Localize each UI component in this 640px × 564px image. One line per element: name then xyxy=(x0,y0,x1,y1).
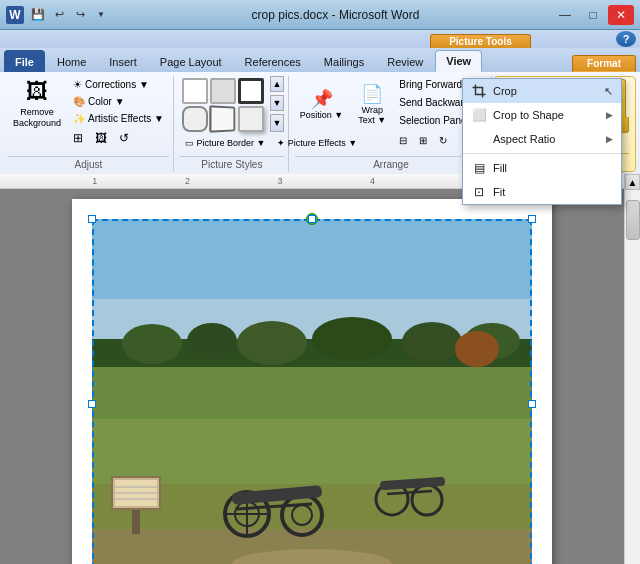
artistic-effects-btn[interactable]: ✨ Artistic Effects ▼ xyxy=(68,110,169,127)
battlefield-image xyxy=(92,219,532,564)
remove-background-icon: 🖼 xyxy=(26,79,48,105)
save-qa-btn[interactable]: 💾 xyxy=(28,5,48,25)
tab-insert[interactable]: Insert xyxy=(98,50,148,72)
document-area: 123456 ▲ ▼ xyxy=(0,174,640,564)
tab-home[interactable]: Home xyxy=(46,50,97,72)
handle-top-right[interactable] xyxy=(528,215,536,223)
title-bar: W 💾 ↩ ↪ ▼ crop pics.docx - Microsoft Wor… xyxy=(0,0,640,30)
svg-point-3 xyxy=(122,324,182,364)
tab-mailings[interactable]: Mailings xyxy=(313,50,375,72)
tab-references[interactable]: References xyxy=(234,50,312,72)
fill-icon: ▤ xyxy=(471,160,487,176)
remove-background-label: RemoveBackground xyxy=(13,107,61,129)
app-icon: W xyxy=(6,6,24,24)
picture-styles-content: ▲ ▼ ▼ xyxy=(180,76,284,134)
reset-picture-btn[interactable]: ↺ xyxy=(114,129,134,147)
style-swatch-3[interactable] xyxy=(238,78,264,104)
handle-top-center[interactable] xyxy=(308,215,316,223)
menu-crop-label: Crop xyxy=(493,85,598,97)
minimize-btn[interactable]: — xyxy=(552,5,578,25)
corrections-label: Corrections ▼ xyxy=(85,79,149,90)
svg-point-6 xyxy=(312,317,392,361)
picture-tools-label: Picture Tools xyxy=(430,34,531,48)
scroll-up-btn[interactable]: ▲ xyxy=(625,174,640,190)
tab-file[interactable]: File xyxy=(4,50,45,72)
align-icon: ⊟ xyxy=(399,135,407,146)
style-scroll-up[interactable]: ▲ xyxy=(270,76,284,92)
image-container[interactable] xyxy=(92,219,532,564)
rotate-btn[interactable]: ↻ xyxy=(434,131,452,149)
scrollbar-vertical: ▲ ▼ xyxy=(624,174,640,564)
scroll-track-v[interactable] xyxy=(625,190,640,564)
corrections-btn[interactable]: ☀ Corrections ▼ xyxy=(68,76,169,93)
reset-icon: ↺ xyxy=(119,131,129,145)
window-title: crop pics.docx - Microsoft Word xyxy=(119,8,552,22)
align-btn[interactable]: ⊟ xyxy=(394,131,412,149)
aspect-ratio-label: Aspect Ratio xyxy=(493,133,600,145)
handle-middle-right[interactable] xyxy=(528,400,536,408)
artistic-effects-icon: ✨ xyxy=(73,113,85,124)
arrange-large-btns: 📌 Position ▼ 📄 WrapText ▼ xyxy=(295,76,392,132)
maximize-btn[interactable]: □ xyxy=(580,5,606,25)
aspect-ratio-arrow: ▶ xyxy=(606,134,613,144)
menu-item-crop-to-shape[interactable]: ⬜ Crop to Shape ▶ xyxy=(463,103,621,127)
redo-qa-btn[interactable]: ↪ xyxy=(70,5,90,25)
compress-icon: ⊞ xyxy=(73,131,83,145)
handle-middle-left[interactable] xyxy=(88,400,96,408)
tab-view[interactable]: View xyxy=(435,50,482,72)
rotate-icon: ↻ xyxy=(439,135,447,146)
menu-item-fit[interactable]: ⊡ Fit xyxy=(463,180,621,204)
color-label: Color ▼ xyxy=(88,96,125,107)
aspect-ratio-icon xyxy=(471,131,487,147)
position-btn[interactable]: 📌 Position ▼ xyxy=(295,76,348,132)
compress-pictures-btn[interactable]: ⊞ xyxy=(68,129,88,147)
help-btn[interactable]: ? xyxy=(616,31,636,47)
style-swatch-4[interactable] xyxy=(182,106,208,132)
group-adjust: 🖼 RemoveBackground ☀ Corrections ▼ 🎨 Col… xyxy=(4,76,174,172)
adjust-label: Adjust xyxy=(8,156,169,172)
arrange-content: 📌 Position ▼ 📄 WrapText ▼ Bring Forward … xyxy=(295,76,487,154)
menu-item-crop[interactable]: Crop ↖ xyxy=(463,79,621,103)
style-swatch-6[interactable] xyxy=(238,106,264,132)
crop-to-shape-arrow: ▶ xyxy=(606,110,613,120)
fit-icon: ⊡ xyxy=(471,184,487,200)
position-icon: 📌 xyxy=(311,88,333,110)
svg-point-9 xyxy=(455,331,499,367)
remove-background-btn[interactable]: 🖼 RemoveBackground xyxy=(8,76,66,132)
style-swatch-1[interactable] xyxy=(182,78,208,104)
qa-dropdown-btn[interactable]: ▼ xyxy=(91,5,111,25)
style-swatches xyxy=(180,76,268,134)
style-scroll-btns: ▲ ▼ ▼ xyxy=(270,76,284,132)
handle-top-left[interactable] xyxy=(88,215,96,223)
color-btn[interactable]: 🎨 Color ▼ xyxy=(68,93,169,110)
crop-to-shape-icon: ⬜ xyxy=(471,107,487,123)
style-swatch-5[interactable] xyxy=(209,105,235,133)
corrections-icon: ☀ xyxy=(73,79,82,90)
scroll-thumb-v[interactable] xyxy=(626,200,640,240)
group-btn[interactable]: ⊞ xyxy=(414,131,432,149)
crop-menu-icon xyxy=(471,83,487,99)
tab-format[interactable]: Format xyxy=(572,55,636,72)
wrap-text-icon: 📄 xyxy=(361,83,383,105)
undo-qa-btn[interactable]: ↩ xyxy=(49,5,69,25)
position-label: Position ▼ xyxy=(300,110,343,120)
change-picture-btn[interactable]: 🖼 xyxy=(90,129,112,147)
tab-pagelayout[interactable]: Page Layout xyxy=(149,50,233,72)
menu-item-fill[interactable]: ▤ Fill xyxy=(463,156,621,180)
crop-dropdown-menu: Crop ↖ ⬜ Crop to Shape ▶ Aspect Ratio ▶ … xyxy=(462,78,622,205)
group-picture-styles: ▲ ▼ ▼ ▭ Picture Border ▼ ✦ Picture Effec… xyxy=(176,76,289,172)
tab-review[interactable]: Review xyxy=(376,50,434,72)
picture-border-btn[interactable]: ▭ Picture Border ▼ xyxy=(180,134,270,152)
style-more-btn[interactable]: ▼ xyxy=(270,114,284,132)
menu-item-aspect-ratio[interactable]: Aspect Ratio ▶ xyxy=(463,127,621,151)
menu-separator-1 xyxy=(463,153,621,154)
window-controls: — □ ✕ xyxy=(552,5,634,25)
fill-label: Fill xyxy=(493,162,613,174)
wrap-text-btn[interactable]: 📄 WrapText ▼ xyxy=(352,76,392,132)
style-swatch-2[interactable] xyxy=(210,78,236,104)
close-btn[interactable]: ✕ xyxy=(608,5,634,25)
fit-label: Fit xyxy=(493,186,613,198)
style-scroll-down[interactable]: ▼ xyxy=(270,95,284,111)
svg-point-7 xyxy=(402,322,462,362)
picture-styles-label: Picture Styles xyxy=(180,156,284,172)
